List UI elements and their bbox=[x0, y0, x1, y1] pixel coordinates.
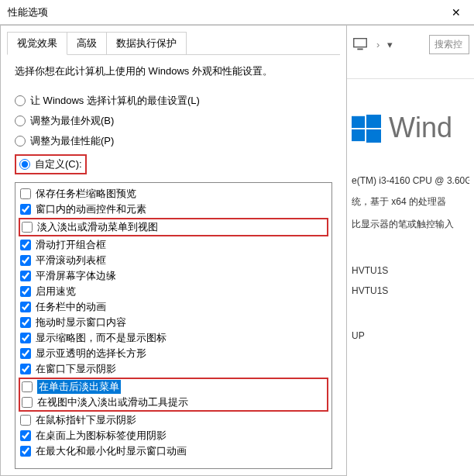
bg-cpu-line: e(TM) i3-4160 CPU @ 3.60G bbox=[352, 175, 469, 186]
checkbox[interactable] bbox=[20, 271, 31, 281]
check-item[interactable]: 平滑屏幕字体边缘 bbox=[20, 268, 327, 284]
checkbox[interactable] bbox=[20, 188, 31, 199]
radio-best-performance[interactable]: 调整为最佳性能(P) bbox=[15, 131, 332, 151]
radio-best-auto[interactable]: 让 Windows 选择计算机的最佳设置(L) bbox=[15, 91, 332, 111]
tab-dep[interactable]: 数据执行保护 bbox=[106, 32, 187, 54]
red-highlight-box: 淡入淡出或滑动菜单到视图 bbox=[19, 218, 328, 236]
check-label: 在桌面上为图标标签使用阴影 bbox=[36, 429, 167, 443]
check-label: 在窗口下显示阴影 bbox=[36, 362, 116, 376]
check-label: 显示亚透明的选择长方形 bbox=[36, 347, 146, 360]
check-item[interactable]: 窗口内的动画控件和元素 bbox=[20, 202, 327, 217]
bg-pen-line: 比显示器的笔或触控输入 bbox=[352, 218, 469, 231]
check-item[interactable]: 任务栏中的动画 bbox=[20, 299, 327, 315]
checkbox[interactable] bbox=[20, 446, 31, 457]
dropdown-chevron-icon[interactable]: ▾ bbox=[387, 39, 393, 50]
bg-name2: HVTU1S bbox=[352, 285, 469, 296]
svg-rect-3 bbox=[366, 115, 381, 128]
tab-visual-effects[interactable]: 视觉效果 bbox=[7, 32, 67, 55]
close-button[interactable]: ✕ bbox=[438, 0, 474, 25]
red-highlight-box: 在单击后淡出菜单在视图中淡入淡出或滑动工具提示 bbox=[19, 378, 328, 412]
check-label: 拖动时显示窗口内容 bbox=[36, 316, 126, 329]
description-text: 选择你想在此计算机上使用的 Windows 外观和性能设置。 bbox=[15, 64, 332, 78]
bg-toolbar: › ▾ 搜索控 bbox=[347, 26, 474, 63]
svg-rect-5 bbox=[366, 129, 381, 143]
svg-rect-4 bbox=[352, 129, 365, 141]
check-label: 任务栏中的动画 bbox=[36, 300, 106, 314]
svg-rect-1 bbox=[357, 49, 362, 50]
windows-logo: Wind bbox=[352, 112, 469, 144]
check-item[interactable]: 在桌面上为图标标签使用阴影 bbox=[20, 428, 327, 443]
bg-arch-line: 统，基于 x64 的处理器 bbox=[352, 195, 469, 209]
check-item[interactable]: 在鼠标指针下显示阴影 bbox=[20, 412, 327, 428]
chevron-right-icon: › bbox=[376, 39, 380, 50]
checkbox[interactable] bbox=[22, 397, 33, 408]
check-label: 在单击后淡出菜单 bbox=[37, 380, 121, 394]
computer-icon bbox=[352, 36, 369, 53]
checkbox[interactable] bbox=[20, 302, 31, 312]
effects-checklist[interactable]: 保存任务栏缩略图预览窗口内的动画控件和元素淡入淡出或滑动菜单到视图滑动打开组合框… bbox=[15, 182, 332, 469]
svg-rect-2 bbox=[352, 116, 365, 128]
checkbox[interactable] bbox=[20, 430, 31, 441]
check-label: 保存任务栏缩略图预览 bbox=[36, 187, 136, 201]
checkbox[interactable] bbox=[20, 286, 31, 297]
checkbox[interactable] bbox=[20, 415, 31, 426]
close-icon: ✕ bbox=[452, 6, 461, 19]
tab-content: 选择你想在此计算机上使用的 Windows 外观和性能设置。 让 Windows… bbox=[7, 55, 340, 476]
titlebar: 性能选项 ✕ bbox=[0, 0, 474, 25]
check-item[interactable]: 平滑滚动列表框 bbox=[20, 253, 327, 268]
search-input[interactable]: 搜索控 bbox=[429, 35, 469, 54]
radio-input[interactable] bbox=[15, 95, 26, 106]
red-highlight-box: 自定义(C): bbox=[15, 154, 87, 174]
checkbox[interactable] bbox=[20, 317, 31, 328]
check-item[interactable]: 在单击后淡出菜单 bbox=[22, 379, 325, 395]
window-title: 性能选项 bbox=[8, 5, 48, 19]
check-label: 在鼠标指针下显示阴影 bbox=[36, 413, 136, 427]
radio-label: 让 Windows 选择计算机的最佳设置(L) bbox=[30, 94, 200, 108]
checkbox[interactable] bbox=[20, 255, 31, 266]
check-item[interactable]: 淡入淡出或滑动菜单到视图 bbox=[22, 219, 325, 235]
tab-strip: 视觉效果 高级 数据执行保护 bbox=[7, 32, 340, 55]
check-item[interactable]: 在最大化和最小化时显示窗口动画 bbox=[20, 443, 327, 459]
radio-best-appearance[interactable]: 调整为最佳外观(B) bbox=[15, 111, 332, 131]
checkbox[interactable] bbox=[20, 333, 31, 343]
radio-input[interactable] bbox=[15, 116, 26, 126]
check-label: 平滑滚动列表框 bbox=[36, 254, 106, 267]
check-item[interactable]: 显示缩略图，而不是显示图标 bbox=[20, 330, 327, 346]
check-label: 平滑屏幕字体边缘 bbox=[36, 269, 116, 283]
check-item[interactable]: 在窗口下显示阴影 bbox=[20, 361, 327, 377]
check-label: 显示缩略图，而不是显示图标 bbox=[36, 331, 167, 345]
check-label: 在最大化和最小化时显示窗口动画 bbox=[36, 444, 187, 458]
checkbox[interactable] bbox=[22, 381, 33, 392]
radio-input-custom[interactable] bbox=[19, 159, 30, 170]
bg-workgroup: UP bbox=[352, 330, 469, 341]
checkbox[interactable] bbox=[22, 222, 33, 233]
check-item[interactable]: 在视图中淡入淡出或滑动工具提示 bbox=[22, 395, 325, 410]
radio-label: 自定义(C): bbox=[35, 157, 82, 171]
radio-label: 调整为最佳外观(B) bbox=[30, 114, 114, 128]
bg-content: Wind e(TM) i3-4160 CPU @ 3.60G 统，基于 x64 … bbox=[347, 78, 474, 355]
background-system-window: › ▾ 搜索控 Wind e(TM) i3-4160 CPU @ 3.60G 统… bbox=[347, 25, 474, 476]
check-label: 在视图中淡入淡出或滑动工具提示 bbox=[37, 395, 188, 409]
checkbox[interactable] bbox=[20, 364, 31, 374]
svg-rect-0 bbox=[354, 39, 367, 47]
radio-custom-row: 自定义(C): bbox=[15, 151, 332, 178]
check-label: 滑动打开组合框 bbox=[36, 238, 106, 252]
check-item[interactable]: 拖动时显示窗口内容 bbox=[20, 315, 327, 330]
bg-name1: HVTU1S bbox=[352, 265, 469, 276]
radio-input[interactable] bbox=[15, 136, 26, 147]
check-item[interactable]: 显示亚透明的选择长方形 bbox=[20, 346, 327, 361]
check-label: 窗口内的动画控件和元素 bbox=[36, 202, 146, 216]
checkbox[interactable] bbox=[20, 348, 31, 359]
check-label: 启用速览 bbox=[36, 285, 76, 298]
radio-group: 让 Windows 选择计算机的最佳设置(L) 调整为最佳外观(B) 调整为最佳… bbox=[15, 91, 332, 178]
windows-logo-text: Wind bbox=[389, 112, 452, 144]
check-item[interactable]: 滑动打开组合框 bbox=[20, 237, 327, 253]
radio-label: 调整为最佳性能(P) bbox=[30, 134, 114, 148]
check-item[interactable]: 保存任务栏缩略图预览 bbox=[20, 186, 327, 202]
checkbox[interactable] bbox=[20, 240, 31, 250]
check-item[interactable]: 启用速览 bbox=[20, 284, 327, 299]
performance-options-dialog: 视觉效果 高级 数据执行保护 选择你想在此计算机上使用的 Windows 外观和… bbox=[0, 25, 347, 476]
windows-logo-icon bbox=[352, 113, 381, 143]
checkbox[interactable] bbox=[20, 204, 31, 215]
tab-advanced[interactable]: 高级 bbox=[67, 32, 107, 54]
